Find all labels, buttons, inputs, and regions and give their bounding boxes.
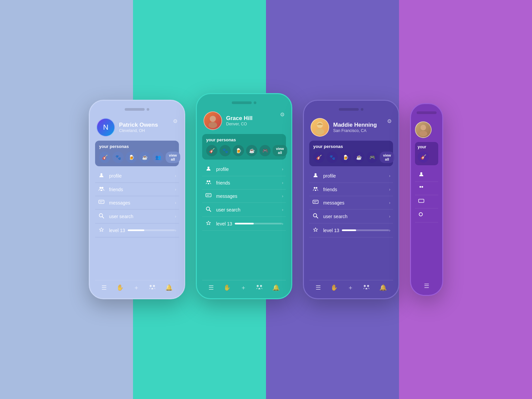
user-name-2: Grace Hill (226, 115, 252, 122)
menu-item-profile-2[interactable]: profile › (202, 162, 286, 176)
chevron-friends-1: › (175, 187, 176, 192)
nav-bell-3[interactable]: 🔔 (379, 284, 387, 291)
persona-icon-4[interactable]: 🎸 (418, 151, 429, 163)
phone-top-1 (95, 106, 179, 113)
user-location-3: San Francisco, CA (333, 128, 377, 133)
camera-2 (254, 101, 256, 104)
notch-2 (232, 101, 252, 104)
menu-label-profile-1: profile (109, 173, 175, 179)
persona-icon-group-1[interactable]: 👥 (152, 152, 164, 163)
progress-fill-2 (235, 223, 254, 224)
gear-button-1[interactable]: ⚙ (173, 118, 178, 124)
persona-icon-coffee-3[interactable]: ☕ (353, 152, 364, 163)
chevron-messages-1: › (175, 200, 176, 205)
persona-icon-pet-1[interactable]: 🐾 (112, 152, 124, 163)
nav-add-1[interactable]: ＋ (133, 284, 139, 292)
persona-icon-beer-3[interactable]: 🍺 (340, 152, 351, 163)
menu-item-friends-1[interactable]: friends › (95, 183, 179, 196)
persona-icon-beer-2[interactable]: 🍺 (233, 145, 244, 156)
svg-rect-5 (99, 200, 104, 203)
nav-partial-4: ☰ (415, 276, 438, 290)
gear-button-2[interactable]: ⚙ (280, 111, 285, 118)
menu-item-messages-3[interactable]: messages › (309, 196, 393, 209)
nav-bell-2[interactable]: 🔔 (272, 284, 280, 291)
view-all-btn-3[interactable]: view all (380, 152, 394, 163)
menu-label-friends-2: friends (216, 180, 282, 186)
nav-group-1[interactable] (149, 284, 156, 291)
messages-icon-2 (205, 193, 212, 199)
gear-button-3[interactable]: ⚙ (387, 118, 392, 124)
user-location-1: Cleveland, OH (119, 128, 158, 133)
menu-item-search-2[interactable]: user search › (202, 203, 286, 217)
nav-menu-4[interactable]: ☰ (415, 282, 438, 290)
menu-item-friends-2[interactable]: friends › (202, 176, 286, 190)
friends-icon-3 (312, 187, 319, 192)
menu-label-search-1: user search (109, 214, 175, 219)
persona-icon-coffee-2[interactable]: ☕ (246, 145, 257, 156)
menu-item-profile-3[interactable]: profile › (309, 169, 393, 183)
svg-point-8 (150, 285, 152, 287)
level-icon-1 (98, 227, 105, 233)
menu-item-search-4[interactable] (415, 208, 438, 222)
svg-point-13 (207, 167, 209, 169)
menu-item-search-1[interactable]: user search › (95, 209, 179, 223)
phone-deep-purple-partial: your 🎸 (410, 103, 443, 296)
user-name-1: Patrick Owens (119, 122, 158, 128)
nav-bell-1[interactable]: 🔔 (165, 284, 173, 291)
persona-icon-pet-2[interactable]: 🐾 (219, 145, 231, 156)
personas-title-4: your (418, 145, 436, 149)
level-bar-2: level 13 (216, 221, 282, 226)
menu-item-level-1[interactable]: level 13 › (95, 223, 179, 237)
nav-group-3[interactable] (363, 284, 370, 291)
persona-icon-rock-1[interactable]: 🎸 (99, 152, 110, 163)
nav-hand-1[interactable]: ✋ (116, 284, 124, 291)
menu-item-search-3[interactable]: user search › (309, 209, 393, 223)
friends-icon-2 (205, 180, 212, 186)
nav-menu-1[interactable]: ☰ (101, 284, 107, 291)
nav-hand-3[interactable]: ✋ (331, 284, 338, 291)
menu-item-profile-4[interactable] (415, 168, 438, 182)
level-text-3: level 13 (323, 228, 339, 233)
level-bar-1: level 13 (109, 228, 175, 233)
persona-icon-rock-2[interactable]: 🎸 (206, 145, 217, 156)
view-all-btn-2[interactable]: view all (273, 145, 287, 156)
avatar-3 (311, 118, 329, 137)
menu-item-level-3[interactable]: level 13 › (309, 223, 393, 237)
phone-teal: Grace Hill Denver, CO ⚙ your personas 🎸 … (196, 93, 292, 299)
svg-text:N: N (103, 123, 108, 131)
view-all-btn-1[interactable]: view all (166, 152, 180, 163)
persona-icon-rock-3[interactable]: 🎸 (313, 152, 325, 163)
profile-icon-1 (98, 173, 105, 179)
persona-icon-game-3[interactable]: 🎮 (366, 152, 378, 163)
level-icon-3 (312, 227, 319, 233)
messages-icon-1 (98, 200, 105, 205)
persona-icon-game-2[interactable]: 🎮 (259, 145, 271, 156)
menu-item-messages-2[interactable]: messages › (202, 190, 286, 203)
svg-point-31 (367, 285, 369, 287)
user-name-3: Maddie Henning (333, 122, 377, 128)
menu-item-friends-4[interactable] (415, 182, 438, 195)
search-icon-3 (312, 213, 319, 219)
persona-icon-beer-1[interactable]: 🍺 (126, 152, 137, 163)
menu-item-profile-1[interactable]: profile › (95, 169, 179, 183)
camera-1 (147, 108, 149, 111)
nav-menu-3[interactable]: ☰ (316, 284, 321, 291)
nav-add-2[interactable]: ＋ (240, 284, 246, 292)
header-1: N Patrick Owens Cleveland, OH ⚙ (95, 115, 179, 141)
personas-section-1: your personas 🎸 🐾 🍺 ☕ 👥 view all (95, 141, 179, 166)
persona-icon-pet-3[interactable]: 🐾 (327, 152, 338, 163)
nav-group-2[interactable] (256, 284, 263, 291)
persona-icon-coffee-1[interactable]: ☕ (139, 152, 150, 163)
profile-icon-2 (205, 166, 212, 172)
personas-icons-3: 🎸 🐾 🍺 ☕ 🎮 view all (313, 152, 389, 163)
nav-hand-2[interactable]: ✋ (223, 284, 231, 291)
chevron-level-2: › (282, 221, 283, 226)
progress-bg-3 (342, 229, 389, 231)
menu-item-messages-4[interactable] (415, 195, 438, 208)
nav-menu-2[interactable]: ☰ (208, 284, 214, 291)
nav-add-3[interactable]: ＋ (347, 284, 353, 292)
menu-item-messages-1[interactable]: messages › (95, 196, 179, 209)
menu-item-friends-3[interactable]: friends › (309, 183, 393, 196)
menu-item-level-2[interactable]: level 13 › (202, 217, 286, 231)
phones-container: N Patrick Owens Cleveland, OH ⚙ your per… (89, 86, 443, 313)
